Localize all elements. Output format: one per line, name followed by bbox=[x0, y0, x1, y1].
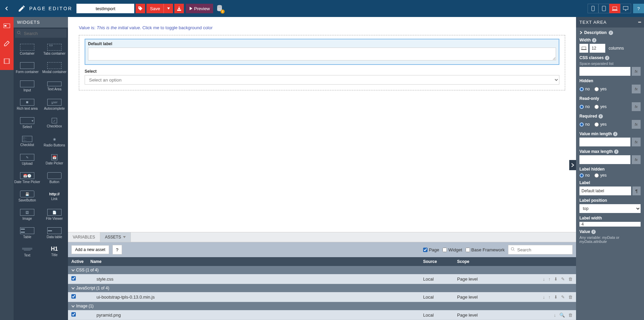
assets-search-input[interactable] bbox=[508, 245, 573, 254]
rail-widgets[interactable] bbox=[0, 17, 14, 35]
tab-assets[interactable]: ASSETS bbox=[100, 232, 131, 242]
device-tablet[interactable] bbox=[598, 4, 609, 13]
move-down-icon[interactable]: ↓ bbox=[543, 295, 545, 300]
device-laptop[interactable] bbox=[609, 4, 620, 13]
filter-widget[interactable]: Widget bbox=[442, 247, 462, 252]
description-section[interactable]: Description i bbox=[576, 28, 644, 38]
save-dropdown[interactable] bbox=[163, 4, 173, 13]
fx-button[interactable]: fx bbox=[632, 102, 641, 111]
move-down-icon[interactable]: ↓ bbox=[543, 277, 545, 282]
back-button[interactable] bbox=[0, 0, 14, 17]
textarea-widget[interactable]: Default label bbox=[85, 39, 559, 65]
tab-variables[interactable]: VARIABLES bbox=[68, 232, 100, 242]
info-icon[interactable]: i bbox=[591, 230, 596, 234]
info-icon[interactable]: i bbox=[605, 56, 609, 60]
widget-modal-container[interactable]: Modal container bbox=[41, 59, 68, 77]
widget-radio-buttons[interactable]: ◉Radio Buttons bbox=[41, 132, 68, 150]
preview-button[interactable]: Preview bbox=[186, 4, 213, 13]
fx-button[interactable]: fx bbox=[632, 120, 641, 129]
group-image[interactable]: Image (1) bbox=[68, 302, 576, 310]
hidden-yes[interactable]: yes bbox=[594, 87, 607, 91]
delete-icon[interactable]: 🗑 bbox=[568, 313, 573, 318]
min-length-input[interactable] bbox=[579, 138, 630, 146]
export-button[interactable] bbox=[174, 4, 184, 13]
readonly-yes[interactable]: yes bbox=[594, 104, 607, 109]
delete-icon[interactable]: 🗑 bbox=[568, 277, 573, 282]
widget-table[interactable]: Table bbox=[14, 224, 41, 242]
info-icon[interactable]: i bbox=[613, 132, 617, 136]
label-width-input[interactable] bbox=[579, 222, 641, 227]
widget-text[interactable]: Text bbox=[14, 242, 41, 261]
asset-active-checkbox[interactable] bbox=[71, 312, 76, 317]
rail-edit[interactable] bbox=[0, 35, 14, 52]
widget-checkbox[interactable]: ✓Checkbox bbox=[41, 114, 68, 132]
assets-help-button[interactable]: ? bbox=[112, 245, 122, 254]
widget-select[interactable]: ▾Select bbox=[14, 114, 41, 132]
widget-savebutton[interactable]: 💾SaveButton bbox=[14, 187, 41, 206]
page-name-input[interactable] bbox=[76, 4, 134, 13]
fx-button[interactable]: fx bbox=[632, 138, 641, 146]
readonly-no[interactable]: no bbox=[579, 104, 590, 109]
move-down-icon[interactable]: ↓ bbox=[554, 313, 556, 318]
widget-upload[interactable]: ✎Upload bbox=[14, 150, 41, 169]
widget-data-table[interactable]: Data table bbox=[41, 224, 68, 242]
required-yes[interactable]: yes bbox=[594, 122, 607, 127]
move-up-icon[interactable]: ↑ bbox=[549, 277, 551, 282]
info-icon[interactable]: i bbox=[598, 114, 603, 119]
widget-date-time-picker[interactable]: 📅🕐Date Time Picker bbox=[14, 169, 41, 187]
fx-button[interactable]: fx bbox=[632, 85, 641, 93]
device-mobile[interactable] bbox=[588, 4, 598, 13]
filter-page[interactable]: Page bbox=[423, 247, 439, 252]
max-length-input[interactable] bbox=[579, 155, 630, 164]
group-css[interactable]: CSS (1 of 4) bbox=[68, 266, 576, 274]
device-desktop[interactable] bbox=[620, 4, 631, 13]
panel-menu-icon[interactable]: ••• bbox=[638, 20, 641, 25]
widget-text-area[interactable]: Text Area bbox=[41, 77, 68, 95]
asset-active-checkbox[interactable] bbox=[71, 294, 76, 299]
download-icon[interactable]: ⬇ bbox=[554, 295, 558, 300]
fx-button[interactable]: fx bbox=[632, 67, 641, 76]
css-classes-input[interactable] bbox=[579, 67, 630, 76]
download-icon[interactable]: ⬇ bbox=[554, 277, 558, 282]
view-icon[interactable]: 🔍 bbox=[559, 313, 565, 318]
widget-input[interactable]: Input bbox=[14, 77, 41, 95]
widget-checklist[interactable]: ☑—☐—Checklist bbox=[14, 132, 41, 150]
label-input[interactable] bbox=[579, 186, 631, 195]
value-line[interactable]: Value is: This is the initial value. Cli… bbox=[79, 25, 565, 30]
required-no[interactable]: no bbox=[579, 122, 590, 127]
move-up-icon[interactable]: ↑ bbox=[549, 295, 551, 300]
widget-autocomplete[interactable]: u̲serAutocomplete bbox=[41, 95, 68, 114]
tag-button[interactable] bbox=[136, 4, 145, 13]
widget-date-picker[interactable]: 📅Date Picker bbox=[41, 150, 68, 169]
widget-form-container[interactable]: Form container bbox=[14, 59, 41, 77]
collapse-right-panel[interactable] bbox=[569, 160, 576, 170]
database-status-icon[interactable]: ! bbox=[216, 4, 223, 13]
label-hidden-no[interactable]: no bbox=[579, 173, 590, 178]
label-hidden-yes[interactable]: yes bbox=[594, 173, 607, 178]
fx-button[interactable]: fx bbox=[632, 155, 641, 164]
widget-container[interactable]: Container bbox=[14, 40, 41, 59]
info-icon[interactable]: i bbox=[592, 38, 596, 42]
hidden-no[interactable]: no bbox=[579, 87, 590, 91]
info-icon[interactable]: i bbox=[609, 31, 613, 35]
width-device-icon[interactable] bbox=[579, 44, 588, 53]
filter-base-framework[interactable]: Base Framework bbox=[466, 247, 505, 252]
rail-media[interactable] bbox=[0, 52, 14, 70]
edit-icon[interactable]: ✎ bbox=[561, 295, 565, 300]
delete-icon[interactable]: 🗑 bbox=[568, 295, 573, 300]
group-js[interactable]: JavaScript (1 of 4) bbox=[68, 284, 576, 292]
save-button[interactable]: Save bbox=[146, 4, 163, 13]
add-asset-button[interactable]: Add a new asset bbox=[71, 245, 109, 254]
widget-tabs-container[interactable]: Tabs container bbox=[41, 40, 68, 59]
asset-active-checkbox[interactable] bbox=[71, 276, 76, 281]
info-icon[interactable]: i bbox=[614, 149, 619, 154]
widget-link[interactable]: http://Link bbox=[41, 187, 68, 206]
widget-file-viewer[interactable]: 📄File Viewer bbox=[41, 206, 68, 224]
widget-image[interactable]: 🖼Image bbox=[14, 206, 41, 224]
form-container-widget[interactable]: Default label Select Select an option bbox=[79, 35, 565, 90]
widget-title[interactable]: H1Title bbox=[41, 242, 68, 261]
width-input[interactable] bbox=[590, 44, 605, 53]
label-position-select[interactable]: top bbox=[579, 204, 641, 213]
edit-icon[interactable]: ✎ bbox=[561, 277, 565, 282]
palette-search-input[interactable] bbox=[15, 29, 67, 38]
